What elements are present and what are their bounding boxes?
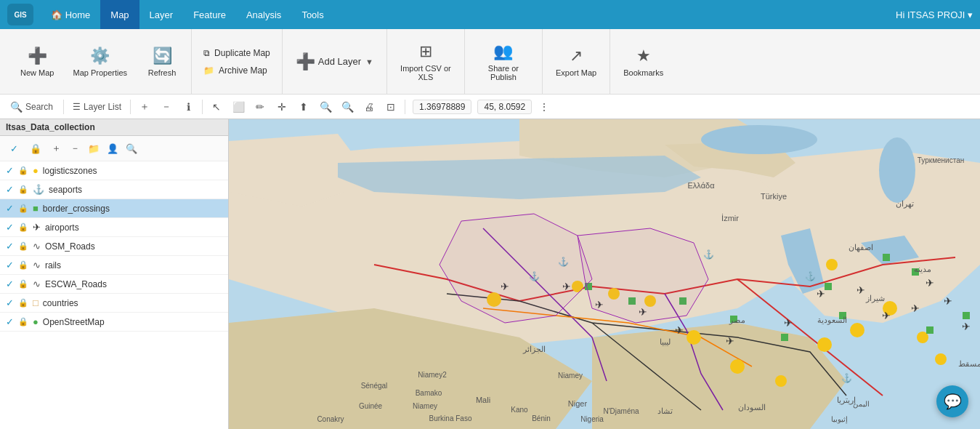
nav-analysis[interactable]: Analysis — [236, 0, 291, 29]
svg-text:اصفهان: اصفهان — [849, 243, 873, 252]
layer-item-border_crossings[interactable]: ✓ 🔒 ■ border_crossings — [0, 199, 228, 218]
layer-name-openstreetmap: OpenStreetMap — [43, 317, 222, 327]
panel-folder[interactable]: 📁 — [86, 140, 102, 156]
panel-user[interactable]: 👤 — [105, 140, 121, 156]
svg-text:Nigeria: Nigeria — [580, 415, 604, 423]
pointer-tool[interactable]: ↖ — [207, 97, 226, 116]
coordinates-display: 1.36978889 — [413, 100, 471, 114]
search-icon: 🔍 — [10, 101, 23, 113]
layer-lock-countries: 🔒 — [18, 298, 28, 308]
upload-tool[interactable]: ⬆ — [294, 97, 313, 116]
svg-text:تشاد: تشاد — [657, 406, 673, 415]
search-button[interactable]: 🔍 Search — [4, 97, 59, 116]
svg-point-11 — [850, 323, 864, 337]
app-logo: GIS — [7, 4, 33, 25]
layer-item-logisticszones[interactable]: ✓ 🔒 ● logisticszones — [0, 161, 228, 180]
refresh-button[interactable]: 🔄 Refresh — [140, 42, 184, 81]
layer-item-osm_roads[interactable]: ✓ 🔒 ∿ OSM_Roads — [0, 237, 228, 256]
new-map-button[interactable]: ➕ New Map — [15, 42, 60, 81]
user-info[interactable]: Hi ITSAS PROJI ▾ — [896, 9, 973, 20]
svg-text:⚓: ⚓ — [841, 372, 852, 383]
archive-icon: 📁 — [203, 65, 214, 76]
layer-icon-osm_roads: ∿ — [33, 241, 41, 252]
layer-name-osm_roads: OSM_Roads — [45, 241, 222, 252]
bookmarks-button[interactable]: ★ Bookmarks — [617, 42, 669, 81]
svg-text:مصر: مصر — [729, 316, 745, 325]
coordinates-display2: 45, 8.0592 — [477, 100, 532, 114]
svg-rect-22 — [883, 254, 890, 261]
panel-add-layer[interactable]: ＋ — [48, 140, 64, 156]
layer-lock-seaports: 🔒 — [18, 185, 28, 194]
divider2 — [130, 100, 131, 114]
layer-lock-escwa_roads: 🔒 — [18, 279, 28, 289]
add-tool[interactable]: ＋ — [135, 97, 154, 116]
zoom-out-tool[interactable]: 🔍 — [338, 97, 357, 116]
layer-item-rails[interactable]: ✓ 🔒 ∿ rails — [0, 256, 228, 275]
nav-home[interactable]: 🏠 🏠 HomeHome — [41, 0, 100, 29]
svg-text:✈: ✈ — [926, 277, 934, 289]
svg-text:Ελλάδα: Ελλάδα — [687, 181, 715, 190]
share-label: Share or Publish — [478, 64, 529, 81]
layer-item-countries[interactable]: ✓ 🔒 □ countries — [0, 294, 228, 313]
svg-point-15 — [935, 353, 947, 365]
nav-tools[interactable]: Tools — [291, 0, 333, 29]
share-publish-button[interactable]: 👥 Share or Publish — [472, 38, 535, 86]
layer-item-seaports[interactable]: ✓ 🔒 ⚓ seaports — [0, 180, 228, 199]
svg-text:السعودية: السعودية — [817, 316, 847, 325]
zoom-in-tool[interactable]: 🔍 — [316, 97, 335, 116]
nav-map[interactable]: Map — [100, 0, 139, 29]
add-layer-button[interactable]: ➕ Add Layer ▼ — [290, 48, 379, 76]
map-area[interactable]: ✈ ✈ ✈ ✈ ✈ ✈ ✈ ✈ ✈ ✈ ✈ ✈ ✈ ✈ ⚓ ⚓ ⚓ ⚓ ⚓ — [229, 119, 980, 429]
panel-check-all[interactable]: ✓ — [4, 139, 23, 158]
panel-lock-all[interactable]: 🔒 — [26, 139, 45, 158]
add-layer-label: Add Layer — [318, 56, 361, 67]
layer-name-airoports: airoports — [45, 222, 222, 233]
svg-text:Bamako: Bamako — [416, 389, 442, 397]
svg-text:Niamey: Niamey — [558, 372, 583, 380]
map-properties-button[interactable]: ⚙️ Map Properties — [67, 42, 133, 81]
layer-list-toggle[interactable]: ☰ Layer List — [68, 97, 126, 116]
map-properties-label: Map Properties — [73, 68, 127, 77]
remove-tool[interactable]: － — [157, 97, 176, 116]
nav-feature[interactable]: Feature — [183, 0, 236, 29]
manage-group: ⧉ Duplicate Map 📁 Archive Map — [199, 46, 275, 78]
import-csv-button[interactable]: ⊞ Import CSV or XLS — [394, 38, 457, 86]
fullscreen-tool[interactable]: ⊡ — [381, 97, 400, 116]
svg-rect-25 — [926, 326, 934, 334]
chat-button[interactable]: 💬 — [936, 385, 968, 417]
main-toolbar: ➕ New Map ⚙️ Map Properties 🔄 Refresh ⧉ … — [0, 29, 980, 95]
nav-layer[interactable]: Layer — [139, 0, 184, 29]
layer-item-openstreetmap[interactable]: ✓ 🔒 ● OpenStreetMap — [0, 313, 228, 332]
layer-list: ✓ 🔒 ● logisticszones ✓ 🔒 ⚓ seaports ✓ 🔒 … — [0, 161, 228, 429]
toolbar-section-manage: ⧉ Duplicate Map 📁 Archive Map — [192, 29, 283, 94]
move-tool[interactable]: ✛ — [272, 97, 291, 116]
print-tool[interactable]: 🖨 — [360, 97, 378, 116]
duplicate-map-button[interactable]: ⧉ Duplicate Map — [199, 46, 275, 60]
coord-y: 45, 8.0592 — [484, 102, 525, 112]
svg-text:Niamey2: Niamey2 — [418, 371, 447, 379]
export-map-button[interactable]: ↗ Export Map — [550, 42, 602, 81]
layer-check-seaports: ✓ — [6, 184, 14, 195]
panel-search[interactable]: 🔍 — [123, 140, 139, 156]
layer-name-seaports: seaports — [49, 185, 222, 195]
svg-text:Niamey: Niamey — [413, 402, 437, 410]
svg-text:✈: ✈ — [784, 317, 793, 329]
archive-map-button[interactable]: 📁 Archive Map — [199, 63, 275, 78]
svg-text:مدینه: مدینه — [914, 265, 931, 273]
edit-tool[interactable]: ✏ — [251, 97, 270, 116]
layer-check-escwa_roads: ✓ — [6, 278, 14, 289]
layer-item-airoports[interactable]: ✓ 🔒 ✈ airoports — [0, 218, 228, 237]
select-tool[interactable]: ⬜ — [229, 97, 248, 116]
search-label: Search — [25, 102, 53, 112]
more-options-tool[interactable]: ⋮ — [535, 97, 554, 116]
info-tool[interactable]: ℹ — [179, 97, 198, 116]
svg-text:✈: ✈ — [944, 295, 952, 307]
svg-text:Burkina Faso: Burkina Faso — [429, 414, 472, 422]
svg-text:✈: ✈ — [962, 321, 971, 332]
svg-text:Kano: Kano — [511, 406, 528, 414]
panel-remove-layer[interactable]: － — [67, 140, 83, 156]
layer-item-escwa_roads[interactable]: ✓ 🔒 ∿ ESCWA_Roads — [0, 275, 228, 294]
top-navigation: GIS 🏠 🏠 HomeHome Map Layer Feature Analy… — [0, 0, 980, 29]
svg-text:✈: ✈ — [726, 335, 734, 347]
layer-icon-seaports: ⚓ — [33, 184, 44, 195]
